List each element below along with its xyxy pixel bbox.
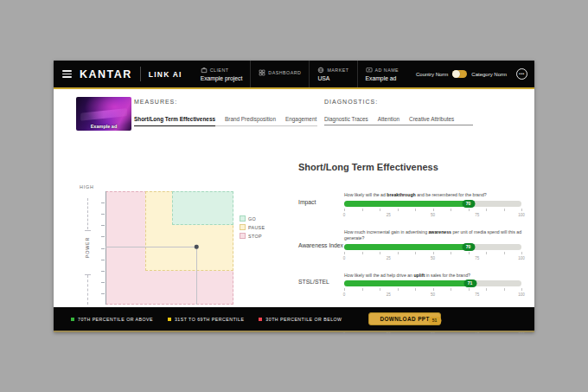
legend-label: STOP [248, 234, 262, 239]
y-axis-line [105, 191, 106, 305]
percentile-legend-30th-percentile-or-below: 30TH PERCENTILE OR BELOW [259, 317, 342, 322]
score-question: How likely will the ad help drive an upl… [344, 273, 526, 280]
score-bar: 70 [344, 244, 521, 250]
score-label: STSL/STEL [298, 279, 343, 285]
more-options-button[interactable]: ••• [516, 68, 527, 80]
ad-thumbnail[interactable]: Example ad [76, 97, 131, 131]
tab-engagement[interactable]: Engagement [285, 116, 316, 126]
percentile-label: 70TH PERCENTILE OR ABOVE [78, 317, 153, 322]
score-bar-fill [344, 280, 470, 286]
page-title: Short/Long Term Effectiveness [298, 162, 438, 172]
score-value-pill: 70 [462, 243, 475, 251]
chart-legend-go: GO [240, 215, 265, 222]
score-label: Awareness Index [298, 242, 343, 248]
chart-legend-stop: STOP [240, 233, 265, 239]
nav-client[interactable]: CLIENT Example project [193, 61, 251, 87]
measures-heading: MEASURES: [134, 99, 177, 105]
diagnostics-tabs: Diagnostic TracesAttentionCreative Attri… [324, 116, 473, 125]
product-name: LINK AI [149, 70, 182, 79]
y-axis-bracket [87, 198, 88, 229]
chart-legend-pause: PAUSE [240, 224, 265, 230]
point-hline [105, 247, 196, 247]
percentile-label: 30TH PERCENTILE OR BELOW [265, 317, 342, 322]
percentile-dot [259, 318, 262, 321]
y-axis-high-label: HIGH [80, 184, 94, 190]
score-bar-fill [344, 244, 469, 250]
nav-ad-name[interactable]: AD NAME Example ad [357, 61, 407, 87]
tab-brand-predisposition[interactable]: Brand Predisposition [225, 116, 276, 126]
country-norm-label: Country Norm [416, 72, 448, 77]
legend-label: GO [248, 216, 256, 222]
score-row-impact: Impact How likely will the ad breakthrou… [298, 192, 530, 219]
score-value-pill: 71 [463, 280, 476, 287]
legend-swatch [240, 215, 246, 222]
app-window: KANTAR LINK AI CLIENT Example project DA… [54, 61, 534, 332]
percentile-dot [168, 318, 171, 321]
plot-area [105, 191, 233, 305]
kantar-logo: KANTAR [80, 68, 132, 80]
score-label: Impact [298, 199, 343, 205]
client-icon [201, 67, 208, 74]
score-bar: 70 [344, 201, 521, 207]
data-point [195, 245, 199, 249]
toggle-knob [452, 70, 460, 78]
app-header: KANTAR LINK AI CLIENT Example project DA… [54, 61, 534, 89]
tab-short-long-term-effectiveness[interactable]: Short/Long Term Effectiveness [134, 116, 215, 126]
tab-creative-attributes[interactable]: Creative Attributes [409, 116, 454, 125]
region-go [172, 191, 233, 225]
diagnostics-heading: DIAGNOSTICS: [324, 99, 378, 105]
norm-toggle[interactable] [452, 70, 467, 78]
tab-attention[interactable]: Attention [378, 116, 399, 125]
percentile-label: 31ST TO 69TH PERCENTILE [175, 317, 244, 322]
score-question: How much incremental gain in advertising… [344, 229, 526, 242]
header-divider [140, 67, 141, 81]
score-row-stsl-stel: STSL/STEL How likely will the ad help dr… [298, 273, 530, 299]
category-norm-label: Category Norm [471, 72, 507, 77]
score-row-awareness-index: Awareness Index How much incremental gai… [298, 229, 530, 262]
menu-icon[interactable] [62, 70, 72, 78]
app-footer: 70TH PERCENTILE OR ABOVE 31ST TO 69TH PE… [54, 307, 534, 332]
dashboard-icon [259, 69, 265, 76]
chart-legend: GO PAUSE STOP [240, 215, 265, 239]
legend-swatch [240, 233, 246, 239]
percentile-legend-31st-to-69th-percentile: 31ST TO 69TH PERCENTILE [168, 317, 244, 322]
legend-swatch [240, 224, 246, 230]
measures-tabs: Short/Long Term EffectivenessBrand Predi… [134, 116, 317, 126]
score-bar-fill [344, 201, 469, 207]
point-vline [196, 247, 197, 305]
y-axis-title: POWER [85, 235, 90, 260]
main-content: Example ad MEASURES: Short/Long Term Eff… [54, 91, 534, 307]
legend-label: PAUSE [248, 225, 265, 230]
norm-toggle-group: Country Norm Category Norm [416, 70, 507, 78]
score-scale: 0255075100 [344, 209, 521, 219]
score-bar: 71 [344, 280, 521, 286]
market-icon [317, 67, 324, 74]
score-scale: 0255075100 [344, 288, 521, 299]
percentile-legend-70th-percentile-or-above: 70TH PERCENTILE OR ABOVE [71, 317, 153, 322]
header-nav: CLIENT Example project DASHBOARD MARKET … [193, 61, 407, 87]
tab-diagnostic-traces[interactable]: Diagnostic Traces [324, 116, 368, 125]
score-scale: 0255075100 [344, 252, 521, 262]
nav-dashboard[interactable]: DASHBOARD [250, 61, 309, 87]
nav-market[interactable]: MARKET USA [309, 61, 356, 87]
score-value-pill: 70 [462, 200, 475, 208]
ad-thumbnail-caption: Example ad [76, 124, 131, 129]
score-question: How likely will the ad breakthrough and … [344, 192, 526, 199]
ad-name-icon [366, 67, 373, 74]
score-value-pill: 51 [428, 317, 441, 325]
percentile-dot [71, 318, 74, 321]
